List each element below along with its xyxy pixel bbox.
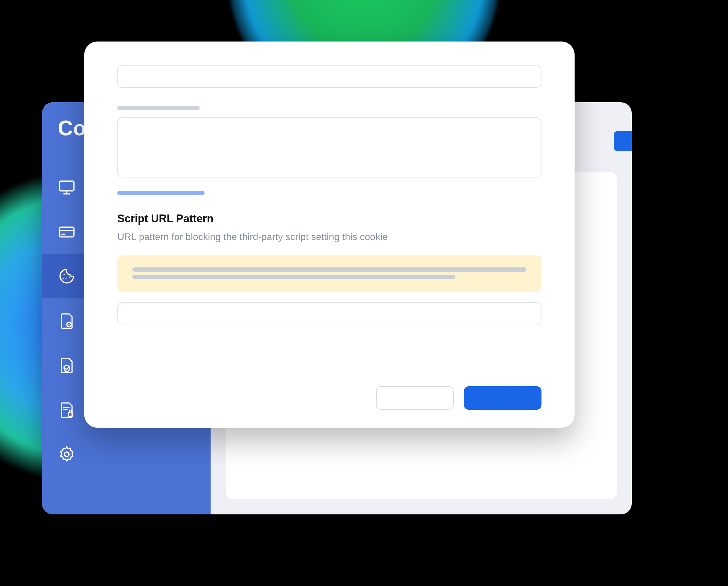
- credit-card-icon: [58, 223, 76, 241]
- notice-text-line: [132, 275, 456, 279]
- section-help-text: URL pattern for blocking the third-party…: [117, 230, 542, 244]
- section-title: Script URL Pattern: [117, 212, 542, 225]
- save-button[interactable]: [464, 386, 542, 410]
- sidebar-item-settings[interactable]: [42, 432, 211, 477]
- modal-dialog: Script URL Pattern URL pattern for block…: [84, 42, 575, 428]
- section-divider: [117, 191, 205, 195]
- modal-footer: [117, 368, 542, 410]
- document-shield-icon: [58, 356, 76, 374]
- svg-point-11: [69, 324, 70, 325]
- cancel-button[interactable]: [376, 386, 453, 410]
- svg-rect-3: [59, 227, 74, 237]
- document-lock-icon: [58, 401, 76, 419]
- svg-point-9: [62, 278, 64, 279]
- script-url-pattern-input[interactable]: [117, 302, 542, 325]
- notice-banner: [117, 255, 542, 292]
- svg-rect-0: [59, 181, 74, 191]
- monitor-icon: [58, 178, 76, 196]
- field-label-placeholder: [117, 106, 200, 110]
- gear-icon: [58, 445, 76, 463]
- modal-input-1[interactable]: [117, 65, 542, 88]
- cookie-icon: [58, 267, 76, 285]
- svg-point-7: [66, 278, 67, 279]
- modal-textarea[interactable]: [117, 117, 542, 177]
- header-primary-button-edge[interactable]: [614, 131, 632, 151]
- svg-point-6: [63, 274, 65, 275]
- svg-point-15: [65, 452, 69, 457]
- document-eye-icon: [58, 312, 76, 330]
- svg-point-8: [69, 277, 70, 278]
- notice-text-line: [132, 267, 526, 272]
